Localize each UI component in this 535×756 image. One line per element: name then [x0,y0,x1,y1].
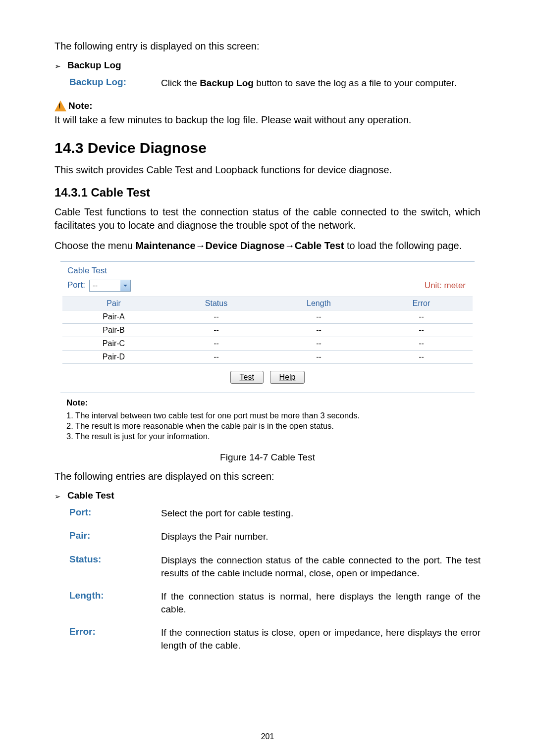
note-text: It will take a few minutes to backup the… [54,113,481,127]
subsection-para: Cable Test functions to test the connect… [54,205,481,232]
help-button[interactable]: Help [270,371,305,384]
panel-note: Note: 1. The interval between two cable … [66,398,469,441]
def-error: Error: If the connection status is close… [69,626,481,652]
def-term: Port: [69,507,161,520]
def-desc: Displays the connection status of the ca… [161,554,481,579]
cable-test-heading: ➢ Cable Test [54,490,481,501]
def-desc: If the connection status is close, open … [161,626,481,652]
def-desc: Select the port for cable testing. [161,507,481,520]
cell-length: -- [268,312,370,321]
intro-text: The following entry is displayed on this… [54,40,481,53]
text: button to save the log as a file to your… [254,78,457,88]
panel-title: Cable Test [60,262,475,280]
note-label: Note: [68,101,93,111]
cell-status: -- [165,312,268,321]
cell-pair: Pair-C [62,339,165,348]
cell-error: -- [370,312,473,321]
cell-length: -- [268,326,370,335]
backup-log-desc: Click the Backup Log button to save the … [161,77,481,90]
arrow-icon: → [196,240,206,251]
text-bold: Device Diagnose [206,240,285,251]
text: Click the [161,78,200,88]
cell-pair: Pair-A [62,312,165,321]
cell-status: -- [165,339,268,348]
cable-test-panel: Cable Test Port: -- Unit: meter Pair St [60,261,475,393]
page: The following entry is displayed on this… [0,0,535,756]
col-error: Error [370,299,473,308]
test-button[interactable]: Test [230,371,264,384]
subsection-heading: 14.3.1 Cable Test [54,186,481,200]
cell-status: -- [165,353,268,361]
panel-note-item: 3. The result is just for your informati… [66,432,469,441]
chevron-down-icon[interactable] [120,280,130,291]
note-heading: Note: [54,101,481,111]
backup-log-definition: Backup Log: Click the Backup Log button … [69,77,481,90]
section-heading: 14.3 Device Diagnose [54,140,481,156]
port-label: Port: [67,280,85,291]
table-row: Pair-D -- -- -- [62,350,473,364]
def-term: Pair: [69,530,161,543]
cable-test-table: Pair Status Length Error Pair-A -- -- --… [62,297,473,364]
table-row: Pair-A -- -- -- [62,310,473,323]
def-term: Length: [69,590,161,615]
port-control: Port: -- [67,280,131,292]
table-row: Pair-C -- -- -- [62,337,473,350]
port-select-value: -- [90,281,120,290]
menu-path: Choose the menu Maintenance→Device Diagn… [54,239,481,252]
cable-test-heading-label: Cable Test [67,490,114,501]
panel-note-item: 1. The interval between two cable test f… [66,411,469,420]
backup-log-heading: ➢ Backup Log [54,60,481,71]
text-bold: Backup Log [200,78,254,88]
cable-test-panel-wrap: Cable Test Port: -- Unit: meter Pair St [60,261,475,441]
arrowhead-icon: ➢ [54,60,67,71]
panel-note-item: 2. The result is more reasonable when th… [66,421,469,431]
cell-error: -- [370,339,473,348]
def-port: Port: Select the port for cable testing. [69,507,481,520]
table-row: Pair-B -- -- -- [62,323,473,337]
warning-icon [54,101,66,111]
def-pair: Pair: Displays the Pair number. [69,530,481,543]
page-number: 201 [0,732,535,741]
section-para: This switch provides Cable Test and Loop… [54,163,481,177]
backup-log-heading-label: Backup Log [67,60,121,71]
cell-pair: Pair-D [62,353,165,361]
def-term: Status: [69,554,161,579]
backup-log-term: Backup Log: [69,77,161,90]
cell-status: -- [165,326,268,335]
col-status: Status [165,299,268,308]
col-pair: Pair [62,299,165,308]
cell-error: -- [370,326,473,335]
text: to load the following page. [344,240,462,251]
def-length: Length: If the connection status is norm… [69,590,481,615]
text-bold: Cable Test [295,240,344,251]
button-row: Test Help [60,364,475,384]
intro-text-2: The following entries are displayed on t… [54,470,481,483]
unit-label: Unit: meter [425,281,466,291]
text-bold: Maintenance [135,240,195,251]
def-status: Status: Displays the connection status o… [69,554,481,579]
def-term: Error: [69,626,161,652]
cell-pair: Pair-B [62,326,165,335]
cell-error: -- [370,353,473,361]
cell-length: -- [268,353,370,361]
arrowhead-icon: ➢ [54,490,67,501]
port-select[interactable]: -- [89,280,131,292]
table-header-row: Pair Status Length Error [62,297,473,310]
cell-length: -- [268,339,370,348]
panel-port-row: Port: -- Unit: meter [60,280,475,297]
col-length: Length [268,299,370,308]
def-desc: If the connection status is normal, here… [161,590,481,615]
panel-note-heading: Note: [66,398,469,408]
figure-caption: Figure 14-7 Cable Test [54,452,481,463]
arrow-icon: → [285,240,295,251]
def-desc: Displays the Pair number. [161,530,481,543]
text: Choose the menu [54,240,135,251]
